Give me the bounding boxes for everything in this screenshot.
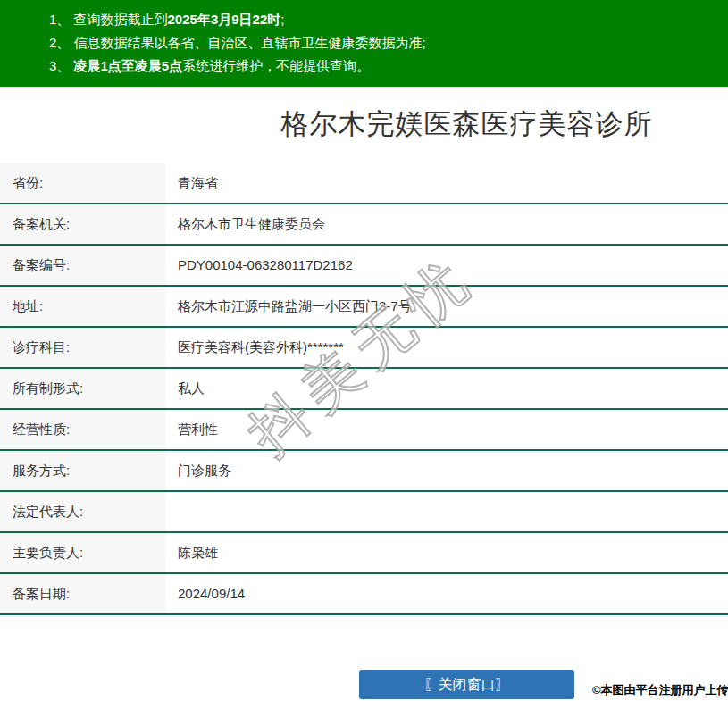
record-value: 门诊服务 bbox=[165, 451, 728, 490]
notice-line-1: 1、 查询数据截止到2025年3月9日22时; bbox=[49, 8, 719, 31]
record-label: 地址: bbox=[0, 287, 165, 326]
notice-line-2: 2、 信息数据结果以各省、自治区、直辖市卫生健康委数据为准; bbox=[49, 31, 719, 54]
record-value: 格尔木市江源中路盐湖一小区西门3-7号 bbox=[165, 287, 728, 326]
records-table: 省份: 青海省 备案机关: 格尔木市卫生健康委员会 备案编号: PDY00104… bbox=[0, 163, 728, 615]
table-row: 经营性质: 营利性 bbox=[0, 410, 728, 451]
record-label: 法定代表人: bbox=[0, 492, 165, 531]
table-row: 备案编号: PDY00104-063280117D2162 bbox=[0, 246, 728, 287]
record-label: 备案机关: bbox=[0, 204, 165, 244]
notice-3-bold: 凌晨1点至凌晨5点 bbox=[74, 58, 183, 73]
table-row: 备案日期: 2024/09/14 bbox=[0, 574, 728, 615]
record-label: 经营性质: bbox=[0, 410, 165, 449]
record-label: 备案编号: bbox=[0, 246, 165, 285]
record-label: 备案日期: bbox=[0, 574, 165, 613]
notice-3-text: 3、 bbox=[49, 58, 74, 73]
record-label: 诊疗科目: bbox=[0, 328, 165, 367]
table-row: 备案机关: 格尔木市卫生健康委员会 bbox=[0, 204, 728, 246]
record-value bbox=[165, 492, 728, 531]
notice-line-3: 3、 凌晨1点至凌晨5点系统进行维护，不能提供查询。 bbox=[49, 54, 719, 78]
record-value: 青海省 bbox=[165, 163, 728, 203]
record-value: PDY00104-063280117D2162 bbox=[165, 246, 728, 285]
record-value: 医疗美容科(美容外科)******* bbox=[165, 328, 728, 367]
notice-1-text: 1、 查询数据截止到 bbox=[49, 12, 168, 27]
notice-bar: 1、 查询数据截止到2025年3月9日22时; 2、 信息数据结果以各省、自治区… bbox=[0, 0, 728, 87]
record-label: 所有制形式: bbox=[0, 369, 165, 408]
table-row: 省份: 青海省 bbox=[0, 163, 728, 204]
notice-3-post: 系统进行维护，不能提供查询。 bbox=[182, 58, 370, 73]
table-row: 地址: 格尔木市江源中路盐湖一小区西门3-7号 bbox=[0, 287, 728, 328]
uploader-note: ©本图由平台注册用户上传 bbox=[592, 682, 728, 698]
record-label: 服务方式: bbox=[0, 451, 165, 490]
notice-1-bold: 2025年3月9日22时 bbox=[168, 12, 281, 27]
record-value: 陈枭雄 bbox=[165, 533, 728, 572]
record-label: 省份: bbox=[0, 163, 165, 203]
table-row: 服务方式: 门诊服务 bbox=[0, 451, 728, 492]
notice-1-post: ; bbox=[280, 12, 284, 27]
page-title: 格尔木完媄医森医疗美容诊所 bbox=[0, 105, 728, 150]
record-value: 营利性 bbox=[165, 410, 728, 449]
table-row: 法定代表人: bbox=[0, 492, 728, 533]
close-window-button[interactable]: 〖关闭窗口〗 bbox=[359, 670, 574, 699]
notice-2-text: 2、 信息数据结果以各省、自治区、直辖市卫生健康委数据为准; bbox=[49, 35, 426, 50]
record-value: 2024/09/14 bbox=[165, 574, 728, 613]
table-row: 主要负责人: 陈枭雄 bbox=[0, 533, 728, 574]
record-label: 主要负责人: bbox=[0, 533, 165, 572]
table-row: 诊疗科目: 医疗美容科(美容外科)******* bbox=[0, 328, 728, 369]
record-value: 私人 bbox=[165, 369, 728, 408]
record-value: 格尔木市卫生健康委员会 bbox=[165, 204, 728, 244]
table-row: 所有制形式: 私人 bbox=[0, 369, 728, 410]
